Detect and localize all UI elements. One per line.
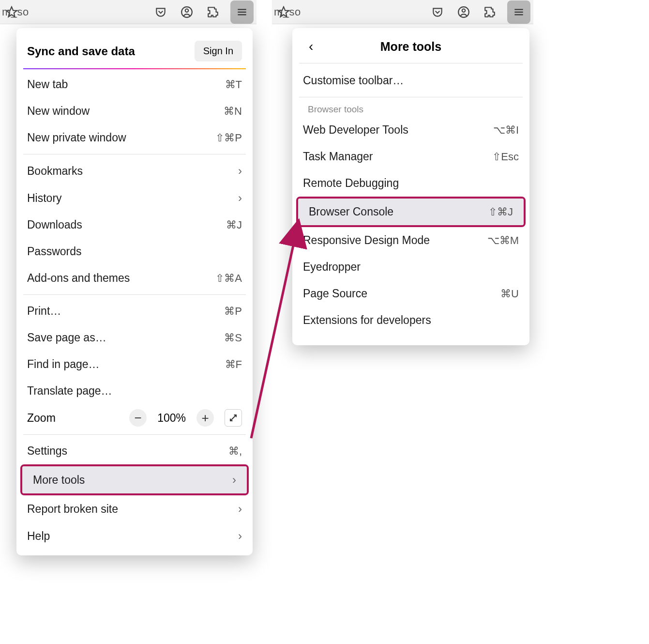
menu-label: History [27,192,62,205]
menu-item-find[interactable]: Find in page… ⌘F [16,351,253,378]
pocket-icon[interactable] [429,3,446,21]
menu-label: Add-ons and themes [27,272,130,285]
menu-label: Bookmarks [27,165,83,178]
extensions-icon[interactable] [204,3,222,21]
menu-label: Page Source [303,287,367,300]
account-icon[interactable] [178,3,196,21]
chevron-right-icon: › [238,502,242,516]
shortcut: ⇧Esc [492,151,519,163]
separator [23,434,246,435]
zoom-row: Zoom − 100% + [16,404,253,431]
shortcut: ⌘F [225,358,242,371]
zoom-percentage: 100% [157,412,186,425]
chevron-right-icon: › [238,191,242,205]
shortcut: ⇧⌘A [215,272,242,285]
menu-item-browser-console[interactable]: Browser Console ⇧⌘J [298,199,524,225]
menu-item-responsive-design-mode[interactable]: Responsive Design Mode ⌥⌘M [292,227,529,254]
menu-label: Report broken site [27,503,118,516]
more-tools-panel: ‹ More tools Customise toolbar… Browser … [292,28,529,345]
shortcut: ⌘S [224,332,242,344]
menu-item-remote-debugging[interactable]: Remote Debugging [292,170,529,197]
menu-item-task-manager[interactable]: Task Manager ⇧Esc [292,143,529,170]
menu-label: Save page as… [27,331,106,344]
pocket-icon[interactable] [152,3,169,21]
zoom-in-button[interactable]: + [196,409,214,427]
menu-item-downloads[interactable]: Downloads ⌘J [16,212,253,238]
toolbar-left: m_so [0,0,257,24]
hamburger-menu-button[interactable] [230,0,254,24]
shortcut: ⌘T [225,78,242,91]
menu-item-more-tools[interactable]: More tools › [22,466,247,493]
shortcut: ⌘, [228,445,242,458]
shortcut: ⇧⌘J [488,206,513,218]
menu-item-bookmarks[interactable]: Bookmarks › [16,157,253,184]
shortcut: ⌘U [500,288,519,300]
svg-line-10 [251,228,297,438]
menu-label: Downloads [27,218,82,231]
shortcut: ⌘N [224,105,242,118]
menu-label: New private window [27,131,126,144]
menu-label: Translate page… [27,384,112,398]
url-fragment: m_so [0,6,29,18]
shortcut: ⌥⌘M [487,234,519,247]
account-icon[interactable] [455,3,472,21]
menu-item-new-private-window[interactable]: New private window ⇧⌘P [16,124,253,151]
zoom-label: Zoom [27,412,56,425]
menu-label: Find in page… [27,358,100,371]
menu-label: Browser Console [309,205,393,218]
menu-item-customise-toolbar[interactable]: Customise toolbar… [292,67,529,94]
menu-label: Passwords [27,245,81,258]
menu-label: Print… [27,305,61,318]
menu-item-help[interactable]: Help › [16,522,253,550]
separator [23,154,246,154]
sync-header: Sync and save data Sign In [16,34,253,68]
back-button[interactable]: ‹ [309,39,328,54]
menu-item-print[interactable]: Print… ⌘P [16,298,253,324]
main-menu-panel: Sync and save data Sign In New tab ⌘T Ne… [16,28,253,555]
menu-item-settings[interactable]: Settings ⌘, [16,438,253,464]
chevron-right-icon: › [238,164,242,178]
chevron-right-icon: › [238,529,242,543]
menu-label: More tools [33,474,85,487]
separator [23,294,246,295]
menu-label: Remote Debugging [303,177,399,190]
section-label-browser-tools: Browser tools [292,100,529,117]
menu-item-passwords[interactable]: Passwords [16,238,253,265]
menu-label: Responsive Design Mode [303,234,430,247]
menu-item-history[interactable]: History › [16,184,253,212]
menu-item-new-window[interactable]: New window ⌘N [16,98,253,124]
menu-label: Customise toolbar… [303,74,404,87]
extensions-icon[interactable] [481,3,498,21]
fullscreen-button[interactable] [225,409,242,427]
shortcut: ⌘J [226,219,242,231]
zoom-out-button[interactable]: − [129,409,147,427]
menu-item-eyedropper[interactable]: Eyedropper [292,254,529,280]
menu-item-translate[interactable]: Translate page… [16,378,253,404]
menu-label: New window [27,105,90,118]
shortcut: ⌥⌘I [493,124,519,137]
menu-label: Task Manager [303,150,373,163]
menu-label: Help [27,530,50,543]
shortcut: ⇧⌘P [215,132,242,144]
highlight-more-tools: More tools › [20,464,249,495]
menu-item-page-source[interactable]: Page Source ⌘U [292,280,529,307]
gradient-divider [23,68,246,69]
menu-label: Settings [27,445,67,458]
svg-point-6 [462,9,466,12]
menu-label: Eyedropper [303,261,361,274]
menu-item-report-broken-site[interactable]: Report broken site › [16,495,253,522]
menu-label: Extensions for developers [303,314,431,327]
menu-item-extensions-for-developers[interactable]: Extensions for developers [292,307,529,334]
menu-item-save-page[interactable]: Save page as… ⌘S [16,324,253,351]
url-fragment: m_so [272,6,301,18]
sync-title: Sync and save data [27,45,135,58]
submenu-title: More tools [328,40,513,54]
chevron-right-icon: › [232,473,236,487]
menu-label: New tab [27,78,68,91]
menu-item-addons[interactable]: Add-ons and themes ⇧⌘A [16,265,253,291]
hamburger-menu-button[interactable] [507,0,530,24]
highlight-browser-console: Browser Console ⇧⌘J [296,197,526,227]
signin-button[interactable]: Sign In [195,41,242,61]
menu-item-web-developer-tools[interactable]: Web Developer Tools ⌥⌘I [292,117,529,143]
menu-item-new-tab[interactable]: New tab ⌘T [16,71,253,98]
